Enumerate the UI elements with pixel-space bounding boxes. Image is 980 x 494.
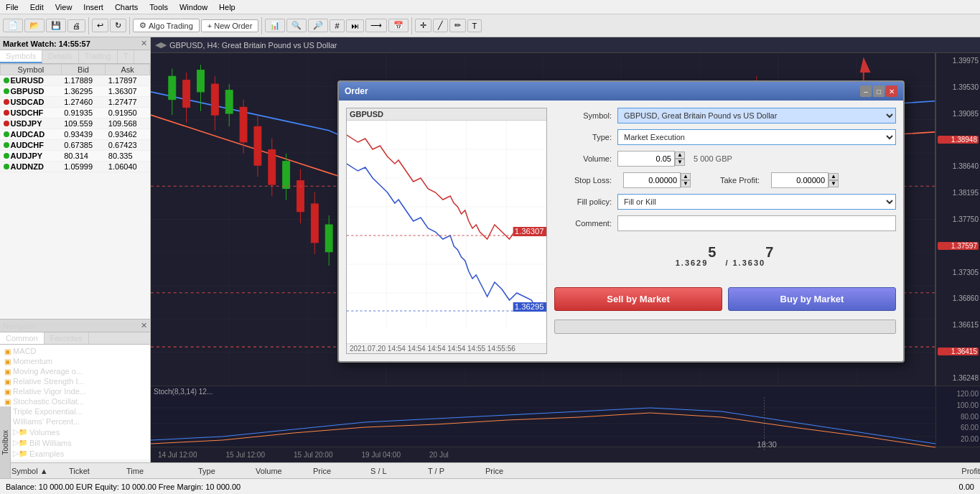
menu-view[interactable]: View [50, 3, 78, 11]
col-symbol[interactable]: Symbol ▲ [11, 467, 69, 475]
menu-help[interactable]: Help [213, 3, 241, 11]
crosshair-btn[interactable]: ✛ [415, 19, 431, 32]
tp-up-btn[interactable]: ▲ [829, 173, 839, 180]
sell-by-market-btn[interactable]: Sell by Market [554, 287, 722, 311]
open-btn[interactable]: 📂 [24, 19, 45, 32]
volume-down-btn[interactable]: ▼ [675, 159, 685, 166]
print-btn[interactable]: 🖨 [67, 19, 85, 32]
menu-charts[interactable]: Charts [109, 3, 144, 11]
new-order-btn[interactable]: + New Order [201, 19, 259, 32]
col-volume[interactable]: Volume [256, 467, 313, 475]
nav-item-rvi[interactable]: ▣ Relative Vigor Inde... [3, 386, 147, 396]
line-btn[interactable]: ╱ [433, 19, 448, 32]
mw-tab-details[interactable]: Details [42, 50, 79, 63]
dialog-minimize-btn[interactable]: – [860, 85, 872, 97]
nav-item-ma[interactable]: ▣ Moving Average o... [3, 366, 147, 376]
mw-row[interactable]: EURUSD 1.17889 1.17897 [1, 75, 150, 86]
col-tp[interactable]: T / P [428, 467, 485, 475]
autoscroll-btn[interactable]: ⟶ [365, 19, 387, 32]
toolbox-label[interactable]: Toolbox [0, 406, 11, 478]
form-input-volume[interactable] [617, 151, 675, 167]
form-select-fill[interactable]: Fill or Kill [617, 194, 896, 210]
mw-row[interactable]: USDJPY 109.559 109.568 [1, 118, 150, 129]
mw-row[interactable]: USDCHF 0.91935 0.91950 [1, 108, 150, 118]
menu-file[interactable]: File [0, 3, 24, 11]
form-input-sl[interactable] [623, 172, 681, 188]
mw-row[interactable]: AUDNZD 1.05999 1.06040 [1, 162, 150, 172]
col-price2[interactable]: Price [485, 467, 908, 475]
mw-tab-symbols[interactable]: Symbols [0, 50, 42, 63]
dialog-close-btn[interactable]: ✕ [886, 85, 897, 97]
sl-up-btn[interactable]: ▲ [681, 173, 691, 180]
nav-item-momentum[interactable]: ▣ Momentum [3, 356, 147, 366]
algo-trading-btn[interactable]: ⚙ Algo Trading [133, 19, 200, 32]
dialog-chart-area: 1.36307 1.36295 [347, 121, 546, 343]
scroll-end-btn[interactable]: ⏭ [346, 19, 364, 32]
mw-cell-symbol: USDCAD [1, 97, 62, 108]
mw-tab-t[interactable]: T [118, 50, 135, 63]
col-sl[interactable]: S / L [370, 467, 428, 475]
undo-btn[interactable]: ↩ [92, 19, 108, 32]
volume-up-btn[interactable]: ▲ [675, 152, 685, 159]
sl-down-btn[interactable]: ▼ [681, 180, 691, 187]
mw-col-symbol[interactable]: Symbol [1, 65, 62, 75]
ind-label-80: 80.00 [938, 413, 979, 421]
col-price[interactable]: Price [313, 467, 370, 475]
svg-rect-21 [183, 80, 190, 108]
mw-row[interactable]: AUDCHF 0.67385 0.67423 [1, 140, 150, 151]
svg-marker-68 [860, 57, 871, 73]
nav-item-trix[interactable]: ▣ Triple Exponential... [3, 406, 147, 416]
nav-item-macd[interactable]: ▣ MACD [3, 346, 147, 356]
form-input-comment[interactable] [617, 215, 896, 231]
form-input-tp[interactable] [771, 172, 829, 188]
nav-tab-favorites[interactable]: Favorites [45, 332, 89, 344]
new-file-btn[interactable]: 📄 [3, 19, 23, 32]
mw-tab-trading[interactable]: Trading [79, 50, 118, 63]
text-btn[interactable]: T [467, 19, 482, 32]
indicator-svg: 18:30 [151, 397, 935, 451]
menu-insert[interactable]: Insert [78, 3, 109, 11]
mw-tbody: EURUSD 1.17889 1.17897 GBPUSD 1.36295 1.… [1, 75, 150, 172]
buy-by-market-btn[interactable]: Buy by Market [728, 287, 896, 311]
menu-edit[interactable]: Edit [24, 3, 50, 11]
nav-item-examples[interactable]: ▷ 📁 Examples [11, 448, 147, 459]
dialog-maximize-btn[interactable]: □ [873, 85, 885, 97]
col-time[interactable]: Time [126, 467, 198, 475]
zoom-in-btn[interactable]: 🔍 [286, 19, 307, 32]
nav-item-stoch[interactable]: ▣ Stochastic Oscillat... [3, 396, 147, 406]
mw-col-bid[interactable]: Bid [61, 65, 106, 75]
col-type[interactable]: Type [198, 467, 256, 475]
indicator-title: Stoch(8,3,14) 12... [151, 386, 935, 397]
chart-type-btn[interactable]: 📊 [265, 19, 285, 32]
save-btn[interactable]: 💾 [46, 19, 66, 32]
nav-tab-common[interactable]: Common [0, 332, 45, 344]
mw-row[interactable]: USDCAD 1.27460 1.27477 [1, 97, 150, 108]
form-select-symbol[interactable]: GBPUSD, Great Britain Pound vs US Dollar [617, 108, 896, 124]
draw-btn[interactable]: ✏ [449, 19, 466, 32]
nav-item-rsi[interactable]: ▣ Relative Strength I... [3, 376, 147, 386]
mw-close-btn[interactable]: ✕ [141, 39, 147, 48]
col-ticket[interactable]: Ticket [69, 467, 126, 475]
grid-btn[interactable]: # [330, 19, 344, 32]
refresh-btn[interactable]: ↻ [110, 19, 126, 32]
menu-tools[interactable]: Tools [144, 3, 174, 11]
form-row-symbol: Symbol: GBPUSD, Great Britain Pound vs U… [554, 108, 896, 124]
mw-col-ask[interactable]: Ask [106, 65, 150, 75]
mw-row[interactable]: GBPUSD 1.36295 1.36307 [1, 86, 150, 97]
nav-close-btn[interactable]: ✕ [141, 321, 147, 330]
order-dialog: Order – □ ✕ GBPUSD [337, 80, 905, 363]
nav-item-williams[interactable]: ▣ Williams' Percent... [3, 416, 147, 427]
nav-item-volumes[interactable]: ▷ 📁 Volumes [11, 427, 147, 437]
col-profit[interactable]: Profit [908, 467, 980, 475]
form-select-type[interactable]: Market Execution [617, 129, 896, 145]
mw-row[interactable]: AUDJPY 80.314 80.335 [1, 151, 150, 162]
mw-table: Symbol Bid Ask EURUSD 1.17889 1.17897 GB… [0, 64, 150, 172]
mw-row[interactable]: AUDCAD 0.93439 0.93462 [1, 129, 150, 140]
period-btn[interactable]: 📅 [388, 19, 409, 32]
trade-bar: Balance: 10 000.00 EUR Equity: 10 000.00… [0, 478, 980, 494]
menu-window[interactable]: Window [174, 3, 213, 11]
tp-down-btn[interactable]: ▼ [829, 180, 839, 187]
nav-item-bill-williams[interactable]: ▷ 📁 Bill Williams [11, 437, 147, 448]
zoom-out-btn[interactable]: 🔎 [308, 19, 328, 32]
form-row-volume: Volume: ▲ ▼ 5 000 GBP [554, 151, 896, 167]
